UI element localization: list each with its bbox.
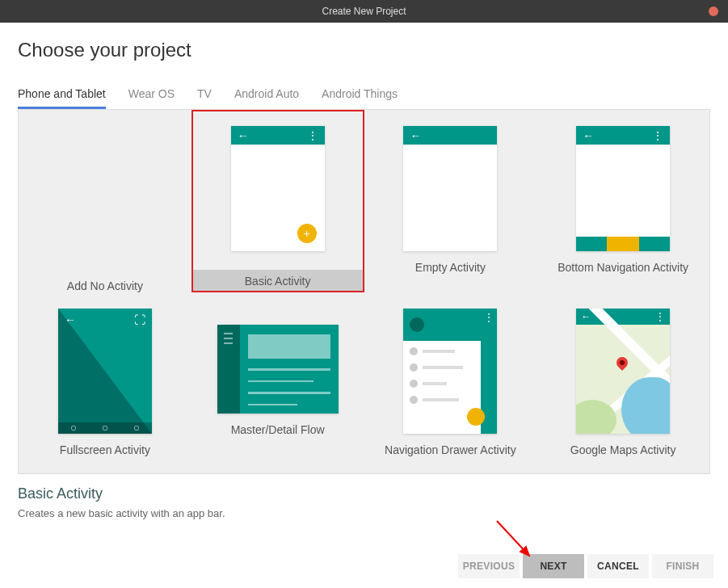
template-gallery[interactable]: Add No Activity + Basic Activity Empty A… — [18, 109, 710, 474]
template-nav-drawer[interactable]: ⋮ Navigation Drawer Activity — [364, 292, 537, 474]
map-pin-icon — [614, 355, 630, 371]
window-titlebar: Create New Project — [0, 0, 728, 23]
overflow-icon: ⋮ — [484, 312, 494, 323]
template-label: Basic Activity — [191, 270, 364, 292]
cancel-button[interactable]: CANCEL — [587, 554, 649, 578]
template-basic-activity[interactable]: + Basic Activity — [191, 110, 364, 292]
tab-tv[interactable]: TV — [197, 81, 212, 109]
tab-android-auto[interactable]: Android Auto — [234, 81, 299, 109]
template-label: Master/Detail Flow — [231, 423, 325, 436]
tab-wear-os[interactable]: Wear OS — [128, 81, 175, 109]
tab-android-things[interactable]: Android Things — [322, 81, 398, 109]
thumb-bottomnav — [576, 126, 670, 251]
overflow-icon — [652, 129, 663, 142]
back-arrow-icon — [583, 129, 594, 142]
tab-phone-tablet[interactable]: Phone and Tablet — [18, 81, 106, 109]
close-icon[interactable] — [709, 6, 718, 16]
list-pane-icon — [217, 325, 240, 414]
thumb-google-maps: ←⋮ — [576, 309, 670, 434]
template-label: Empty Activity — [415, 261, 486, 274]
thumb-empty — [403, 126, 497, 251]
avatar-icon — [410, 317, 424, 332]
back-arrow-icon — [410, 129, 421, 142]
template-label: Bottom Navigation Activity — [558, 261, 688, 274]
detail-pane-icon — [240, 325, 339, 414]
fullscreen-icon: ⛶ — [134, 313, 145, 326]
bottom-nav-icon — [576, 237, 670, 251]
template-add-no-activity[interactable]: Add No Activity — [19, 110, 191, 292]
template-master-detail[interactable]: Master/Detail Flow — [191, 292, 364, 474]
overflow-icon — [307, 129, 318, 142]
selection-title: Basic Activity — [18, 485, 710, 502]
thumb-fullscreen: ←⛶ — [58, 309, 152, 434]
template-fullscreen[interactable]: ←⛶ Fullscreen Activity — [19, 292, 191, 474]
finish-button: FINISH — [652, 554, 713, 578]
template-label: Navigation Drawer Activity — [385, 443, 516, 456]
template-label: Fullscreen Activity — [60, 443, 150, 456]
thumb-none — [58, 126, 152, 231]
next-button[interactable]: NEXT — [523, 554, 584, 578]
window-title: Create New Project — [322, 6, 406, 17]
back-arrow-icon: ← — [581, 311, 591, 322]
page-title: Choose your project — [18, 39, 710, 61]
selection-info: Basic Activity Creates a new basic activ… — [0, 474, 728, 519]
device-tabs: Phone and Tablet Wear OS TV Android Auto… — [18, 81, 710, 109]
thumb-basic: + — [231, 126, 325, 251]
svg-line-0 — [497, 521, 529, 556]
thumb-nav-drawer: ⋮ — [403, 309, 497, 434]
template-bottom-nav[interactable]: Bottom Navigation Activity — [537, 110, 709, 292]
previous-button: PREVIOUS — [458, 554, 520, 578]
back-arrow-icon — [238, 129, 249, 142]
selection-description: Creates a new basic activity with an app… — [18, 507, 710, 519]
wizard-footer: PREVIOUS NEXT CANCEL FINISH — [458, 554, 713, 578]
template-empty-activity[interactable]: Empty Activity — [364, 110, 537, 292]
fab-icon: + — [297, 224, 317, 243]
overflow-icon: ⋮ — [655, 311, 665, 322]
thumb-master-detail — [217, 325, 339, 414]
back-arrow-icon: ← — [65, 313, 76, 326]
template-google-maps[interactable]: ←⋮ Google Maps Activity — [537, 292, 709, 474]
template-label: Add No Activity — [67, 279, 143, 292]
template-label: Google Maps Activity — [570, 443, 676, 456]
